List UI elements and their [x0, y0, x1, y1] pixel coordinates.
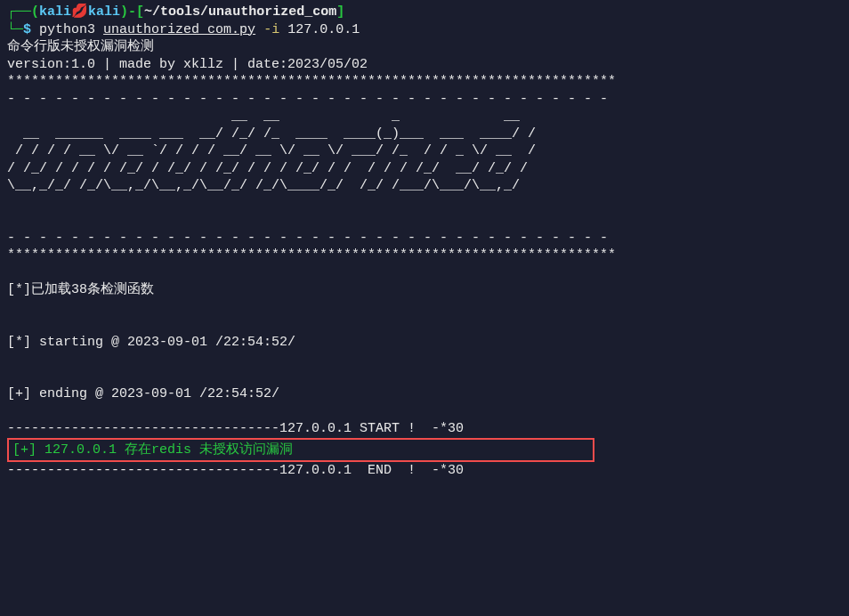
command-script: unauthorized_com.py — [103, 22, 255, 37]
ascii-art-line: / / / / __ \/ __ `/ / / / __/ __ \/ __ \… — [7, 142, 842, 160]
tree-char: ┌── — [7, 4, 31, 20]
heart-icon: 💋 — [71, 4, 88, 20]
ascii-art-line: / /_/ / / / / /_/ / /_/ / /_/ / / / /_/ … — [7, 160, 842, 178]
ascii-art-line: __ ______ ____ ___ __/ /_/ /_ ____ ____(… — [7, 126, 842, 143]
version-line: version:1.0 | made by xkllz | date:2023/… — [7, 56, 842, 74]
start-marker: ----------------------------------127.0.… — [7, 420, 842, 438]
loaded-status: [*]已加载38条检测函数 — [7, 281, 842, 299]
command-flag: -i — [263, 22, 279, 37]
prompt-host: kali — [88, 4, 120, 20]
prompt-user: kali — [39, 4, 71, 20]
star-separator: ****************************************… — [7, 247, 842, 264]
ascii-art-line: \__,_/_/ /_/\__,_/\__,_/\__/_/ /_/\____/… — [7, 177, 842, 195]
command-arg: 127.0.0.1 — [287, 22, 360, 37]
prompt-line-2[interactable]: └─$ python3 unauthorized_com.py -i 127.0… — [7, 21, 842, 39]
command-interpreter: python3 — [39, 22, 95, 37]
dollar-sign: $ — [23, 22, 31, 37]
end-marker: ----------------------------------127.0.… — [7, 462, 842, 480]
dash-separator: - - - - - - - - - - - - - - - - - - - - … — [7, 91, 842, 109]
star-separator: ****************************************… — [7, 73, 842, 91]
tool-title: 命令行版未授权漏洞检测 — [7, 38, 842, 56]
starting-status: [*] starting @ 2023-09-01 /22:54:52/ — [7, 334, 842, 352]
terminal-output: ┌──(kali💋kali)-[~/tools/unauthorized_com… — [7, 4, 842, 480]
dash-separator: - - - - - - - - - - - - - - - - - - - - … — [7, 230, 842, 247]
vulnerability-result: [+] 127.0.0.1 存在redis 未授权访问漏洞 — [12, 442, 293, 458]
ending-status: [+] ending @ 2023-09-01 /22:54:52/ — [7, 385, 842, 403]
prompt-path: ~/tools/unauthorized_com — [144, 4, 336, 20]
vulnerability-result-box: [+] 127.0.0.1 存在redis 未授权访问漏洞 — [7, 438, 594, 463]
prompt-line-1: ┌──(kali💋kali)-[~/tools/unauthorized_com… — [7, 4, 842, 21]
ascii-art-line: __ __ _ __ — [7, 108, 842, 126]
